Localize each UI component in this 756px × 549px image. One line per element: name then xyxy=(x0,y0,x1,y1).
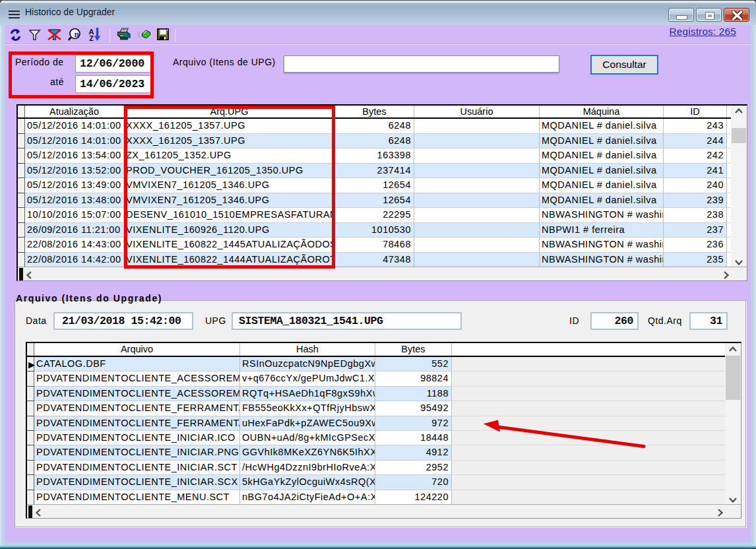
svg-text:Z: Z xyxy=(89,34,94,42)
svg-text:n: n xyxy=(74,29,79,39)
